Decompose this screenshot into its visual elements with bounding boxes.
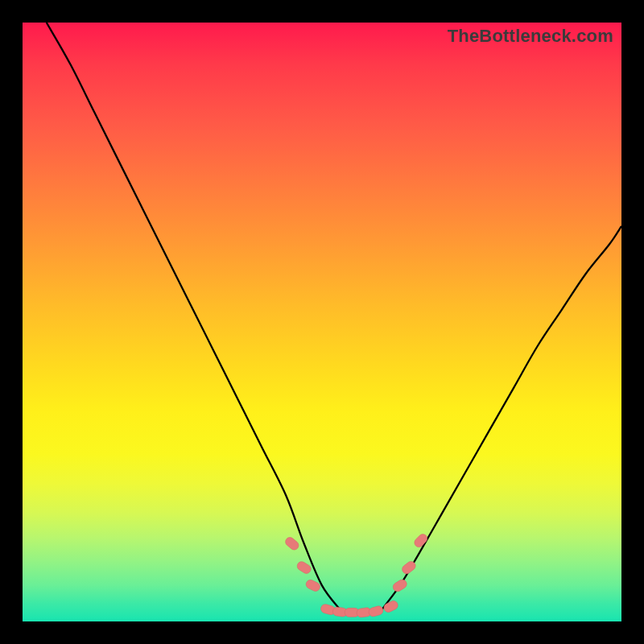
chart-svg <box>23 23 621 621</box>
data-marker <box>283 535 300 551</box>
data-marker <box>391 578 408 593</box>
outer-frame: TheBottleneck.com <box>0 0 644 644</box>
data-marker <box>413 532 429 549</box>
data-marker <box>295 560 312 576</box>
data-marker <box>368 605 384 618</box>
left-curve <box>47 23 341 609</box>
right-curve <box>382 226 621 609</box>
data-marker <box>382 600 399 614</box>
plot-area: TheBottleneck.com <box>23 23 621 621</box>
